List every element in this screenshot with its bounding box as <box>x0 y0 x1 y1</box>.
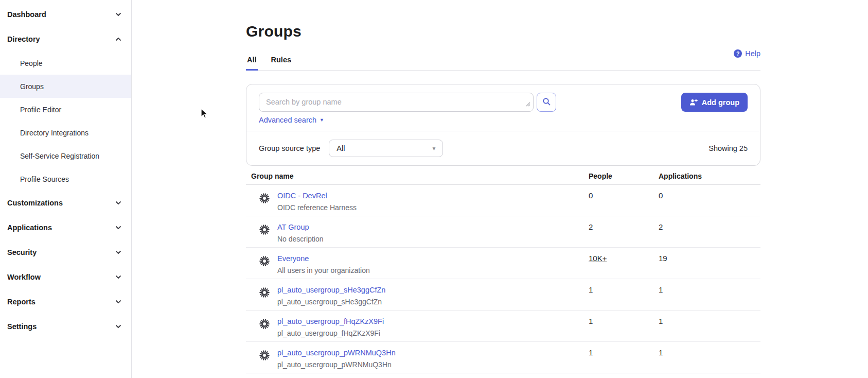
column-header-group-name: Group name <box>251 172 589 180</box>
table-row: AT GroupNo description22 <box>246 216 760 248</box>
applications-count: 1 <box>659 285 760 294</box>
tab-rules[interactable]: Rules <box>270 54 293 71</box>
help-question-icon: ? <box>734 49 742 58</box>
table-row: pl_auto_usergroup_pWRNMuQ3Hnpl_auto_user… <box>246 342 760 373</box>
applications-count: 1 <box>659 317 760 325</box>
chevron-down-icon <box>115 249 122 256</box>
group-source-type-label: Group source type <box>259 144 320 152</box>
people-count: 10K+ <box>589 254 659 263</box>
sidebar-item-profile-editor[interactable]: Profile Editor <box>0 98 131 121</box>
applications-count: 19 <box>659 254 760 263</box>
group-name-link[interactable]: pl_auto_usergroup_pWRNMuQ3Hn <box>277 349 396 357</box>
people-count: 1 <box>589 348 659 357</box>
filter-section: Group source type All ▼ Showing 25 <box>246 131 760 165</box>
applications-count: 1 <box>659 348 760 357</box>
group-gear-icon <box>259 350 270 363</box>
people-count-link[interactable]: 10K+ <box>589 254 607 263</box>
groups-table: Group name People Applications OIDC - De… <box>246 166 760 373</box>
sidebar-item-label: Profile Sources <box>20 175 69 183</box>
sidebar-item-groups[interactable]: Groups <box>0 75 131 98</box>
sidebar-item-security[interactable]: Security <box>0 240 131 265</box>
add-group-button[interactable]: Add group <box>681 93 748 112</box>
page-title: Groups <box>246 23 760 40</box>
group-source-type-value: All <box>336 144 345 152</box>
sidebar-item-profile-sources[interactable]: Profile Sources <box>0 167 131 191</box>
sidebar-nav: DashboardDirectoryPeopleGroupsProfile Ed… <box>0 0 132 378</box>
search-button[interactable] <box>537 93 556 112</box>
group-source-type-select[interactable]: All ▼ <box>329 140 443 157</box>
column-header-people: People <box>589 172 659 180</box>
sidebar-item-label: People <box>20 59 43 67</box>
sidebar-item-label: Profile Editor <box>20 106 61 114</box>
sidebar-item-dashboard[interactable]: Dashboard <box>0 2 131 27</box>
sidebar-item-label: Self-Service Registration <box>20 152 99 160</box>
group-gear-icon <box>259 224 270 237</box>
chevron-down-icon <box>115 224 122 231</box>
sidebar-item-label: Customizations <box>7 199 63 207</box>
people-count: 2 <box>589 222 659 231</box>
table-row: pl_auto_usergroup_sHe3ggCfZnpl_auto_user… <box>246 279 760 311</box>
sidebar-item-label: Settings <box>7 322 37 331</box>
applications-count: 2 <box>659 222 760 231</box>
main-area: ? Help Groups All Rules <box>132 0 868 378</box>
help-link[interactable]: ? Help <box>734 49 760 58</box>
search-icon <box>542 97 551 108</box>
sidebar-item-label: Workflow <box>7 273 41 281</box>
person-plus-icon <box>689 98 698 107</box>
table-header-row: Group name People Applications <box>246 166 760 185</box>
chevron-up-icon <box>115 36 122 43</box>
sidebar-item-label: Directory <box>7 35 40 43</box>
sidebar-item-label: Dashboard <box>7 10 46 19</box>
people-count: 1 <box>589 285 659 294</box>
group-name-link[interactable]: AT Group <box>277 223 309 231</box>
group-description: OIDC reference Harness <box>277 203 357 212</box>
table-row: pl_auto_usergroup_fHqZKzX9Fipl_auto_user… <box>246 311 760 342</box>
table-row: EveryoneAll users in your organization10… <box>246 248 760 279</box>
sidebar-item-label: Groups <box>20 82 44 91</box>
table-row: OIDC - DevRelOIDC reference Harness00 <box>246 185 760 216</box>
group-name-link[interactable]: pl_auto_usergroup_fHqZKzX9Fi <box>277 317 384 325</box>
select-caret-icon: ▼ <box>431 146 436 151</box>
tab-all[interactable]: All <box>246 54 258 71</box>
group-description: pl_auto_usergroup_pWRNMuQ3Hn <box>277 360 396 369</box>
sidebar-item-directory-integrations[interactable]: Directory Integrations <box>0 121 131 144</box>
chevron-down-icon <box>115 11 122 18</box>
group-gear-icon <box>259 287 270 300</box>
sidebar-item-applications[interactable]: Applications <box>0 215 131 240</box>
advanced-search-label: Advanced search <box>259 116 316 124</box>
search-section: Add group Advanced search ▼ <box>246 84 760 131</box>
sidebar-item-people[interactable]: People <box>0 51 131 75</box>
sidebar-item-label: Applications <box>7 224 52 232</box>
sidebar-item-workflow[interactable]: Workflow <box>0 265 131 289</box>
people-count: 1 <box>589 317 659 325</box>
group-description: All users in your organization <box>277 266 370 274</box>
sidebar-item-self-service-registration[interactable]: Self-Service Registration <box>0 144 131 167</box>
sidebar-item-settings[interactable]: Settings <box>0 314 131 339</box>
sidebar-item-label: Reports <box>7 298 36 306</box>
chevron-down-icon <box>115 199 122 207</box>
caret-down-icon: ▼ <box>320 117 324 123</box>
group-search-input[interactable] <box>259 93 534 112</box>
group-gear-icon <box>259 255 270 269</box>
group-gear-icon <box>259 193 270 206</box>
chevron-down-icon <box>115 298 122 305</box>
people-count: 0 <box>589 191 659 200</box>
column-header-applications: Applications <box>659 172 760 180</box>
sidebar-item-label: Directory Integrations <box>20 129 88 137</box>
search-filter-card: Add group Advanced search ▼ Group source… <box>246 84 760 166</box>
group-description: pl_auto_usergroup_fHqZKzX9Fi <box>277 329 384 337</box>
group-name-link[interactable]: Everyone <box>277 254 309 263</box>
group-name-link[interactable]: OIDC - DevRel <box>277 192 327 200</box>
tab-bar: All Rules <box>246 54 760 71</box>
sidebar-item-directory[interactable]: Directory <box>0 27 131 51</box>
advanced-search-link[interactable]: Advanced search ▼ <box>259 116 324 124</box>
sidebar-item-reports[interactable]: Reports <box>0 289 131 314</box>
group-name-link[interactable]: pl_auto_usergroup_sHe3ggCfZn <box>277 286 385 294</box>
group-description: pl_auto_usergroup_sHe3ggCfZn <box>277 298 385 306</box>
sidebar-item-customizations[interactable]: Customizations <box>0 191 131 215</box>
applications-count: 0 <box>659 191 760 200</box>
chevron-down-icon <box>115 323 122 330</box>
showing-count: Showing 25 <box>708 144 748 152</box>
group-gear-icon <box>259 318 270 332</box>
group-description: No description <box>277 235 324 243</box>
